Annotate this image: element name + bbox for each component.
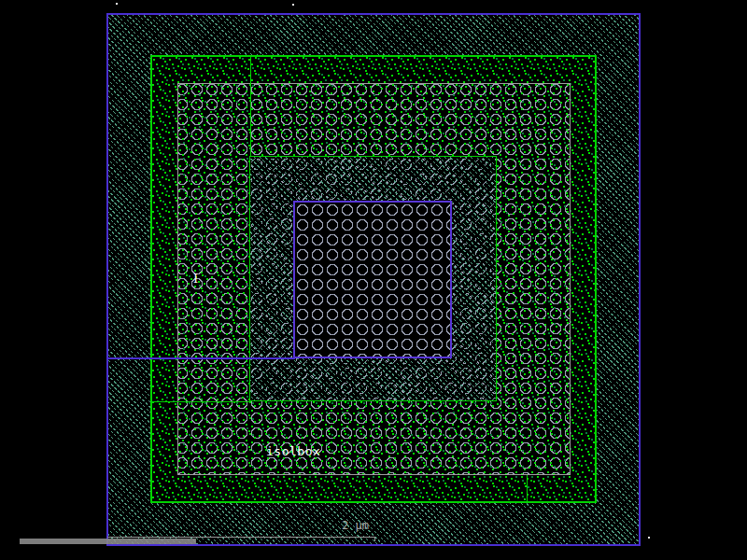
implant-tile-seam-vertical: [250, 55, 251, 156]
implant-tile-seam-horizontal: [150, 401, 250, 402]
cell-name-label: isolbox: [266, 444, 320, 458]
scalebar-label: 2 µm: [342, 519, 369, 532]
center-contact-box: [293, 201, 452, 358]
ruler-tick-dot: [116, 3, 118, 5]
layout-canvas[interactable]: I isolbox 2 µm: [0, 0, 747, 560]
ruler-tick-dot: [648, 537, 650, 539]
horizontal-scrollbar-thumb[interactable]: [20, 539, 196, 544]
layer-edge-line: [106, 357, 295, 359]
ruler-tick-dot: [292, 4, 294, 6]
port-label: I: [193, 272, 198, 286]
scalebar-end-tick: [374, 537, 375, 541]
implant-tile-seam-bottom: [527, 475, 528, 503]
scalebar-line: [107, 537, 375, 538]
